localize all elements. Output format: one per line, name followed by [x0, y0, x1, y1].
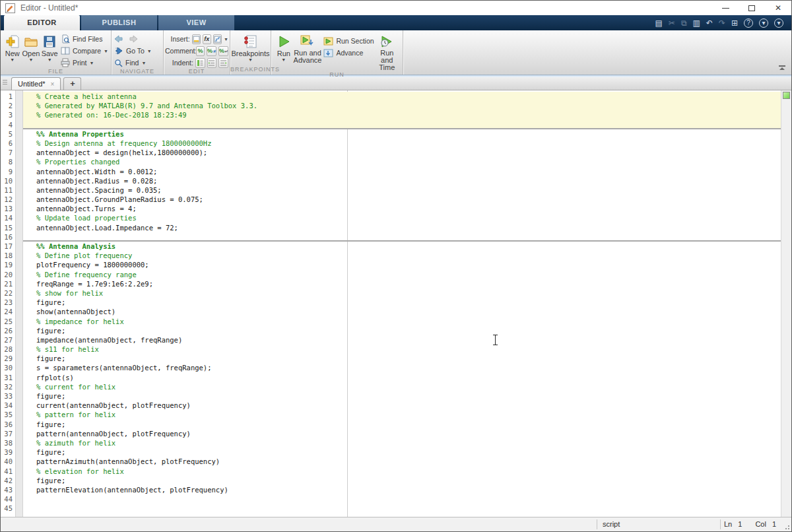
- code-line-44[interactable]: [23, 494, 781, 504]
- code-line-17[interactable]: %% Antenna Analysis: [23, 242, 781, 251]
- run-section-button[interactable]: Run Section: [323, 36, 374, 46]
- smart-indent-button[interactable]: [195, 58, 205, 68]
- help-icon[interactable]: ?: [744, 18, 753, 28]
- code-line-19[interactable]: plotFrequency = 1800000000;: [23, 260, 781, 269]
- code-line-12[interactable]: antennaObject.GroundPlaneRadius = 0.075;: [23, 195, 781, 204]
- code-line-16[interactable]: [23, 232, 781, 242]
- more-options-icon[interactable]: ▾: [759, 18, 768, 28]
- code-line-10[interactable]: antennaObject.Radius = 0.028;: [23, 176, 781, 185]
- compare-button[interactable]: Compare ▼: [61, 46, 108, 56]
- editor-scrollbar[interactable]: [781, 90, 791, 517]
- collapse-ribbon-button[interactable]: [778, 65, 786, 72]
- resize-grip[interactable]: [783, 523, 789, 529]
- maximize-button[interactable]: [739, 1, 765, 15]
- code-editor[interactable]: 1234567891011121314151617181920212223242…: [1, 90, 791, 517]
- code-line-35[interactable]: % pattern for helix: [23, 410, 781, 419]
- indent-right-button[interactable]: [207, 58, 217, 68]
- code-line-13[interactable]: antennaObject.Turns = 4;: [23, 204, 781, 213]
- code-line-28[interactable]: % s11 for helix: [23, 345, 781, 354]
- code-line-4[interactable]: [23, 120, 781, 129]
- indent-left-button[interactable]: [218, 58, 228, 68]
- code-line-25[interactable]: % impedance for helix: [23, 317, 781, 326]
- open-button[interactable]: Open ▼: [21, 32, 40, 62]
- insert-function-button[interactable]: fx: [203, 34, 211, 44]
- ribbon-tab-publish[interactable]: PUBLISH: [81, 15, 157, 30]
- community-icon[interactable]: ▾: [774, 18, 783, 28]
- print-button[interactable]: Print ▼: [61, 57, 108, 68]
- code-line-43[interactable]: patternElevation(antennaObject, plotFreq…: [23, 485, 781, 494]
- comment-button[interactable]: %: [196, 46, 205, 56]
- code-line-1[interactable]: % Create a helix antenna: [23, 92, 781, 101]
- code-line-45[interactable]: [23, 504, 781, 513]
- run-and-advance-button[interactable]: Run and Advance: [294, 32, 322, 64]
- code-line-15[interactable]: antennaObject.Load.Impedance = 72;: [23, 223, 781, 232]
- insert-caret-icon[interactable]: ▼: [224, 37, 228, 42]
- code-line-40[interactable]: patternAzimuth(antennaObject, plotFreque…: [23, 457, 781, 466]
- tab-close-icon[interactable]: ×: [51, 81, 55, 88]
- breakpoint-strip[interactable]: [15, 90, 23, 517]
- save-icon[interactable]: ▤: [655, 19, 662, 27]
- ribbon-tab-view[interactable]: VIEW: [158, 15, 234, 30]
- code-line-34[interactable]: current(antennaObject, plotFrequency): [23, 401, 781, 410]
- minimize-button[interactable]: [712, 1, 739, 15]
- document-tab-untitled[interactable]: Untitled* ×: [11, 77, 61, 90]
- code-line-30[interactable]: s = sparameters(antennaObject, freqRange…: [23, 363, 781, 372]
- run-button[interactable]: Run ▼: [274, 32, 294, 62]
- code-line-42[interactable]: figure;: [23, 476, 781, 485]
- cut-icon[interactable]: ✂: [669, 19, 675, 27]
- code-line-23[interactable]: figure;: [23, 298, 781, 307]
- find-files-button[interactable]: Find Files: [61, 34, 108, 44]
- code-line-3[interactable]: % Generated on: 16-Dec-2018 18:23:49: [23, 110, 781, 119]
- code-line-2[interactable]: % Generated by MATLAB(R) 9.7 and Antenna…: [23, 101, 781, 110]
- code-line-7[interactable]: antennaObject = design(helix,1800000000)…: [23, 148, 781, 157]
- code-line-41[interactable]: % elevation for helix: [23, 467, 781, 476]
- code-line-33[interactable]: figure;: [23, 391, 781, 401]
- redo-icon[interactable]: ↷: [719, 19, 725, 27]
- code-line-5[interactable]: %% Antenna Properties: [23, 129, 781, 139]
- back-arrow-icon[interactable]: [114, 35, 123, 43]
- copy-icon[interactable]: ⧉: [681, 19, 687, 27]
- code-line-31[interactable]: rfplot(s): [23, 373, 781, 382]
- wrap-comments-button[interactable]: %↵: [218, 46, 228, 56]
- code-line-39[interactable]: figure;: [23, 448, 781, 457]
- new-window-icon[interactable]: ⊞: [731, 19, 738, 27]
- undo-icon[interactable]: ↶: [706, 19, 713, 27]
- code-line-20[interactable]: % Define frequency range: [23, 270, 781, 279]
- find-files-label: Find Files: [73, 35, 103, 43]
- uncomment-button[interactable]: %✳: [207, 46, 216, 56]
- code-line-6[interactable]: % Design antenna at frequency 1800000000…: [23, 139, 781, 148]
- new-tab-button[interactable]: +: [63, 77, 81, 90]
- code-line-21[interactable]: freqRange = 1.7e9:1e6:2.2e9;: [23, 279, 781, 288]
- close-button[interactable]: ✕: [765, 1, 791, 15]
- code-line-32[interactable]: % current for helix: [23, 382, 781, 391]
- tabbar-grip[interactable]: [3, 80, 7, 86]
- code-line-18[interactable]: % Define plot frequency: [23, 251, 781, 260]
- code-line-37[interactable]: pattern(antennaObject, plotFrequency): [23, 429, 781, 438]
- code-line-38[interactable]: % azimuth for helix: [23, 438, 781, 448]
- paste-icon[interactable]: ▥: [692, 19, 700, 27]
- code-line-8[interactable]: % Properties changed: [23, 157, 781, 166]
- new-caret-icon: ▼: [10, 57, 15, 62]
- code-line-22[interactable]: % show for helix: [23, 288, 781, 298]
- advance-button[interactable]: Advance: [323, 48, 374, 58]
- code-line-29[interactable]: figure;: [23, 354, 781, 363]
- code-line-11[interactable]: antennaObject.Spacing = 0.035;: [23, 185, 781, 195]
- code-area[interactable]: % Create a helix antenna% Generated by M…: [23, 90, 781, 517]
- insert-chart-button[interactable]: [213, 34, 222, 44]
- code-line-9[interactable]: antennaObject.Width = 0.0012;: [23, 167, 781, 176]
- ribbon-tab-editor[interactable]: EDITOR: [4, 15, 80, 30]
- code-line-14[interactable]: % Update load properties: [23, 213, 781, 222]
- forward-arrow-icon[interactable]: [129, 35, 138, 43]
- new-button[interactable]: New ▼: [3, 32, 21, 62]
- save-button[interactable]: Save ▼: [40, 32, 58, 62]
- go-to-button[interactable]: Go To ▼: [114, 46, 152, 56]
- run-and-time-button[interactable]: Run and Time: [374, 32, 400, 71]
- code-analyzer-indicator[interactable]: [783, 92, 790, 99]
- code-line-24[interactable]: show(antennaObject): [23, 307, 781, 316]
- code-line-36[interactable]: figure;: [23, 420, 781, 429]
- insert-section-button[interactable]: [192, 34, 201, 44]
- find-button[interactable]: Find ▼: [114, 57, 152, 68]
- code-line-27[interactable]: impedance(antennaObject, freqRange): [23, 335, 781, 345]
- breakpoints-button[interactable]: Breakpoints ▼: [231, 32, 269, 62]
- code-line-26[interactable]: figure;: [23, 326, 781, 335]
